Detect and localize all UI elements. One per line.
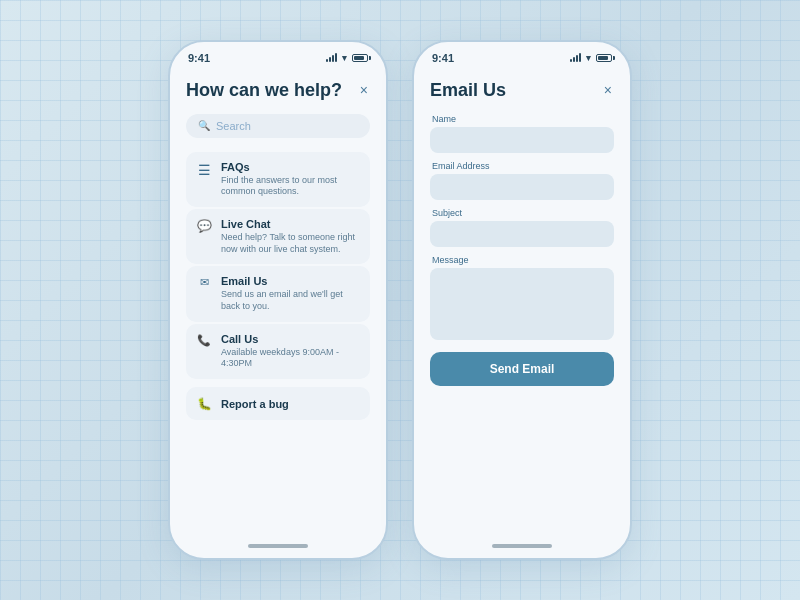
live-chat-text: Live Chat Need help? Talk to someone rig… — [221, 218, 360, 255]
name-field-group: Name — [430, 114, 614, 153]
message-field-group: Message — [430, 255, 614, 340]
email-desc: Send us an email and we'll get back to y… — [221, 289, 360, 312]
email-title: Email Us — [221, 275, 360, 287]
email-field-group: Email Address — [430, 161, 614, 200]
status-time-2: 9:41 — [432, 52, 454, 64]
subject-input[interactable] — [430, 221, 614, 247]
close-button-1[interactable]: × — [358, 80, 370, 100]
live-chat-desc: Need help? Talk to someone right now wit… — [221, 232, 360, 255]
menu-item-email[interactable]: ✉ Email Us Send us an email and we'll ge… — [186, 266, 370, 321]
call-text: Call Us Available weekdays 9:00AM - 4:30… — [221, 333, 360, 370]
email-text: Email Us Send us an email and we'll get … — [221, 275, 360, 312]
email-content: Email Us × Name Email Address Subject Me… — [414, 68, 630, 534]
menu-item-call[interactable]: 📞 Call Us Available weekdays 9:00AM - 4:… — [186, 324, 370, 379]
menu-list: ☰ FAQs Find the answers to our most comm… — [186, 152, 370, 522]
search-icon: 🔍 — [198, 120, 210, 131]
faqs-desc: Find the answers to our most common ques… — [221, 175, 360, 198]
close-button-2[interactable]: × — [602, 80, 614, 100]
report-bug-item[interactable]: 🐛 Report a bug — [186, 387, 370, 420]
email-form: Name Email Address Subject Message Send … — [430, 114, 614, 522]
search-bar[interactable]: 🔍 Search — [186, 114, 370, 138]
email-address-label: Email Address — [430, 161, 614, 171]
home-bar-1 — [248, 544, 308, 548]
battery-icon — [352, 54, 368, 62]
help-title: How can we help? — [186, 80, 342, 102]
battery-icon-2 — [596, 54, 612, 62]
name-input[interactable] — [430, 127, 614, 153]
menu-item-live-chat[interactable]: 💬 Live Chat Need help? Talk to someone r… — [186, 209, 370, 264]
signal-icon — [326, 54, 337, 62]
status-icons-1: ▾ — [326, 53, 368, 63]
screen-header-2: Email Us × — [430, 80, 614, 102]
bug-icon: 🐛 — [196, 397, 212, 411]
email-screen: 9:41 ▾ Email Us × Name Email Address — [412, 40, 632, 560]
wifi-icon: ▾ — [342, 53, 347, 63]
faqs-icon: ☰ — [196, 162, 212, 178]
call-title: Call Us — [221, 333, 360, 345]
home-bar-2 — [492, 544, 552, 548]
home-indicator-2 — [414, 534, 630, 558]
status-icons-2: ▾ — [570, 53, 612, 63]
subject-label: Subject — [430, 208, 614, 218]
phone-icon: 📞 — [196, 334, 212, 347]
send-email-button[interactable]: Send Email — [430, 352, 614, 386]
help-screen: 9:41 ▾ How can we help? × 🔍 Search ☰ — [168, 40, 388, 560]
screen-header-1: How can we help? × — [186, 80, 370, 102]
signal-icon-2 — [570, 54, 581, 62]
live-chat-title: Live Chat — [221, 218, 360, 230]
faqs-title: FAQs — [221, 161, 360, 173]
report-bug-label: Report a bug — [221, 398, 289, 410]
wifi-icon-2: ▾ — [586, 53, 591, 63]
home-indicator-1 — [170, 534, 386, 558]
name-label: Name — [430, 114, 614, 124]
email-icon: ✉ — [196, 276, 212, 289]
help-content: How can we help? × 🔍 Search ☰ FAQs Find … — [170, 68, 386, 534]
menu-item-faqs[interactable]: ☰ FAQs Find the answers to our most comm… — [186, 152, 370, 207]
message-input[interactable] — [430, 268, 614, 340]
email-input[interactable] — [430, 174, 614, 200]
subject-field-group: Subject — [430, 208, 614, 247]
message-label: Message — [430, 255, 614, 265]
status-bar-1: 9:41 ▾ — [170, 42, 386, 68]
status-bar-2: 9:41 ▾ — [414, 42, 630, 68]
faqs-text: FAQs Find the answers to our most common… — [221, 161, 360, 198]
chat-icon: 💬 — [196, 219, 212, 233]
status-time-1: 9:41 — [188, 52, 210, 64]
call-desc: Available weekdays 9:00AM - 4:30PM — [221, 347, 360, 370]
email-us-title: Email Us — [430, 80, 506, 102]
search-placeholder: Search — [216, 120, 251, 132]
